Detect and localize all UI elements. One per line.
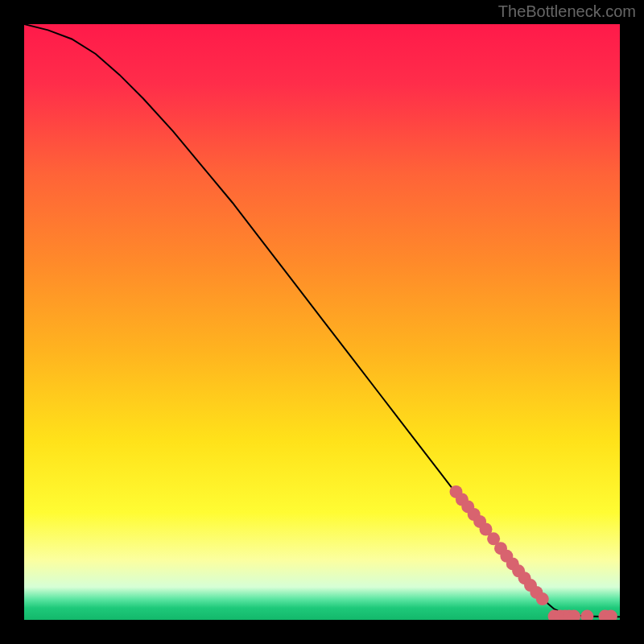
chart-svg	[24, 24, 620, 620]
data-marker	[536, 592, 549, 605]
gradient-background	[24, 24, 620, 620]
chart-plot-area	[24, 24, 620, 620]
watermark-text: TheBottleneck.com	[498, 2, 636, 21]
